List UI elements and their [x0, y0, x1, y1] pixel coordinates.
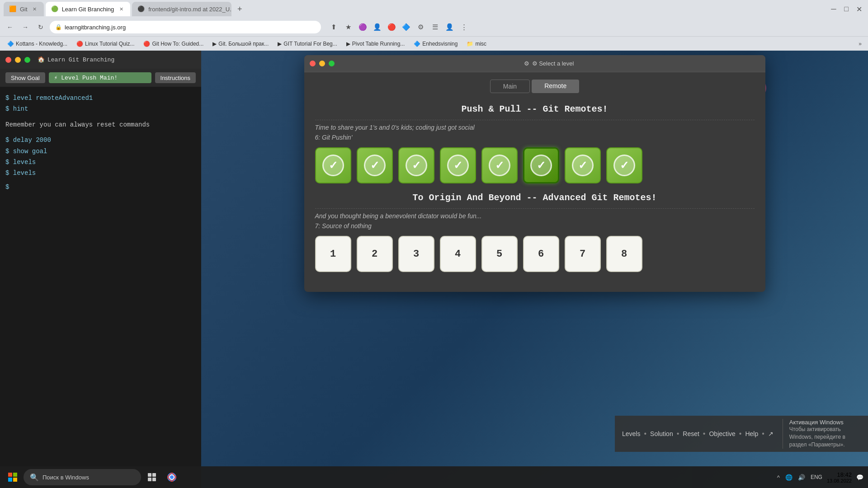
bookmark-misc-label: misc [475, 41, 486, 47]
dot-4: • [739, 430, 742, 438]
task-view-button[interactable] [143, 468, 161, 486]
bottom-link-solution[interactable]: Solution [650, 430, 673, 437]
bookmarks-bar: 🔷 Kottans - Knowledg... 🔴 Linux Tutorial… [0, 36, 868, 51]
bookmarks-more[interactable]: » [856, 39, 864, 48]
content-area: 🏠 Learn Git Branching Show Goal ⚡ Level … [0, 51, 868, 488]
bookmark-githowto-icon: 🔴 [143, 41, 150, 47]
maximize-button[interactable]: □ [841, 4, 852, 14]
level-bar-text: ⚡ Level Push Main! [54, 74, 118, 81]
modal-close-button[interactable] [310, 61, 316, 66]
extension1-icon[interactable]: 🟣 [356, 21, 369, 33]
check-mark-4: ✓ [453, 159, 462, 172]
windows-logo-icon [8, 473, 17, 482]
tray-network-icon[interactable]: 🌐 [784, 473, 793, 482]
check-mark-8: ✓ [620, 159, 629, 172]
bookmark-misc[interactable]: 📁 misc [463, 39, 490, 48]
notification-icon[interactable]: 💬 [855, 473, 864, 482]
level-btn-origin-8[interactable]: 8 [606, 236, 642, 272]
taskbar: 🔍 Поиск в Windows ^ 🌐 🔊 ENG 18:42 13.08.… [0, 466, 868, 488]
modal-maximize-button[interactable] [329, 61, 335, 66]
bookmark-githowto[interactable]: 🔴 Git How To: Guided... [140, 39, 207, 48]
tab-git[interactable]: 🟧 Git ✕ [4, 2, 44, 16]
section-push-pull-title: Push & Pull -- Git Remotes! [315, 104, 755, 120]
level-btn-push-1[interactable]: ✓ [315, 147, 351, 183]
bookmark-pivot[interactable]: ▶ Pivot Table Running... [343, 39, 409, 48]
tab-github[interactable]: ⚫ frontend/git-intro.md at 2022_U... ✕ [132, 2, 231, 16]
taskbar-search-bar[interactable]: 🔍 Поиск в Windows [24, 469, 141, 485]
tab-github-label: frontend/git-intro.md at 2022_U... [148, 6, 231, 13]
level-btn-origin-6[interactable]: 6 [523, 236, 559, 272]
level-btn-origin-5[interactable]: 5 [481, 236, 518, 272]
tab-remote[interactable]: Remote [532, 80, 579, 93]
address-field[interactable]: 🔒 learngitbranching.js.org [50, 21, 321, 33]
terminal-minimize-button[interactable] [15, 57, 21, 63]
share-icon[interactable]: ⬆ [327, 21, 340, 33]
bookmark-enheds[interactable]: 🔷 Enhedsvisning [410, 39, 461, 48]
extension4-icon[interactable]: 🔷 [400, 21, 412, 33]
windows-activation-title: Активация Windows [789, 419, 861, 426]
terminal-prompt[interactable]: $ [5, 182, 196, 192]
extension6-icon[interactable]: ☰ [429, 21, 441, 33]
reload-button[interactable]: ↻ [34, 21, 47, 33]
bookmark-kottans-icon: 🔷 [7, 41, 14, 47]
close-button[interactable]: ✕ [854, 4, 864, 14]
extension2-icon[interactable]: 👤 [371, 21, 383, 33]
profile-icon[interactable]: 👤 [443, 21, 456, 33]
bookmark-icon[interactable]: ★ [342, 21, 354, 33]
bookmark-linux[interactable]: 🔴 Linux Tutorial Quiz... [73, 39, 138, 48]
level-btn-origin-2[interactable]: 2 [357, 236, 393, 272]
tab-lgb-close[interactable]: ✕ [118, 5, 125, 13]
show-goal-button[interactable]: Show Goal [5, 72, 45, 83]
bottom-link-reset[interactable]: Reset [683, 430, 699, 437]
forward-button[interactable]: → [19, 21, 32, 33]
level-btn-push-5[interactable]: ✓ [481, 147, 518, 183]
level-btn-origin-4[interactable]: 4 [440, 236, 476, 272]
bottom-link-help[interactable]: Help [745, 430, 758, 437]
level-btn-origin-1[interactable]: 1 [315, 236, 351, 272]
bottom-link-objective[interactable]: Objective [709, 430, 735, 437]
windows-activation-block: Активация Windows Чтобы активировать Win… [783, 419, 861, 448]
visualizer-area: c0 c0 ⚙ ⚙ Select a level M [201, 51, 868, 488]
level-btn-push-6[interactable]: ✓ [523, 147, 559, 183]
bottom-link-share[interactable]: ↗ [768, 430, 774, 437]
taskbar-chrome-button[interactable] [163, 471, 181, 483]
extension5-icon[interactable]: ⚙ [414, 21, 427, 33]
terminal-maximize-button[interactable] [24, 57, 30, 63]
level-btn-push-2[interactable]: ✓ [357, 147, 393, 183]
bookmark-gitbig-label: Git. Большой прак... [218, 41, 269, 47]
terminal-close-button[interactable] [5, 57, 11, 63]
check-circle-1: ✓ [322, 155, 344, 176]
check-circle-8: ✓ [613, 155, 635, 176]
level-btn-origin-7[interactable]: 7 [565, 236, 601, 272]
level-btn-push-4[interactable]: ✓ [440, 147, 476, 183]
more-icon[interactable]: ⋮ [458, 21, 470, 33]
instructions-button[interactable]: Instructions [155, 72, 196, 83]
tray-arrow-icon[interactable]: ^ [776, 473, 781, 482]
back-button[interactable]: ← [4, 21, 16, 33]
terminal-remember-text: Remember you can always reset commands [5, 120, 196, 130]
minimize-button[interactable]: ─ [828, 4, 839, 14]
taskbar-clock[interactable]: 18:42 13.08.2022 [827, 471, 852, 483]
modal-title-text: ⚙ Select a level [532, 60, 574, 67]
bottom-link-levels[interactable]: Levels [622, 430, 640, 437]
bookmark-gitbig[interactable]: ▶ Git. Большой прак... [209, 39, 272, 48]
tab-main[interactable]: Main [490, 80, 530, 93]
tab-git-close[interactable]: ✕ [31, 5, 38, 13]
new-tab-button[interactable]: + [233, 3, 246, 15]
address-bar: ← → ↻ 🔒 learngitbranching.js.org ⬆ ★ 🟣 👤… [0, 18, 868, 36]
level-btn-push-3[interactable]: ✓ [398, 147, 434, 183]
tray-lang-text[interactable]: ENG [810, 473, 823, 481]
modal-minimize-button[interactable] [319, 61, 325, 66]
svg-rect-2 [8, 478, 12, 482]
bookmark-gittut[interactable]: ▶ GIT Tutorial For Beg... [274, 39, 341, 48]
bookmark-pivot-label: Pivot Table Running... [352, 41, 405, 47]
level-btn-push-7[interactable]: ✓ [565, 147, 601, 183]
level-btn-origin-3[interactable]: 3 [398, 236, 434, 272]
level-btn-push-8[interactable]: ✓ [606, 147, 642, 183]
section-push-pull-sub: 6: Git Pushin' [315, 134, 755, 141]
extension3-icon[interactable]: 🔴 [385, 21, 398, 33]
start-button[interactable] [4, 468, 22, 486]
bookmark-kottans[interactable]: 🔷 Kottans - Knowledg... [4, 39, 71, 48]
tray-sound-icon[interactable]: 🔊 [797, 473, 806, 482]
tab-lgb[interactable]: 🟢 Learn Git Branching ✕ [46, 2, 131, 16]
